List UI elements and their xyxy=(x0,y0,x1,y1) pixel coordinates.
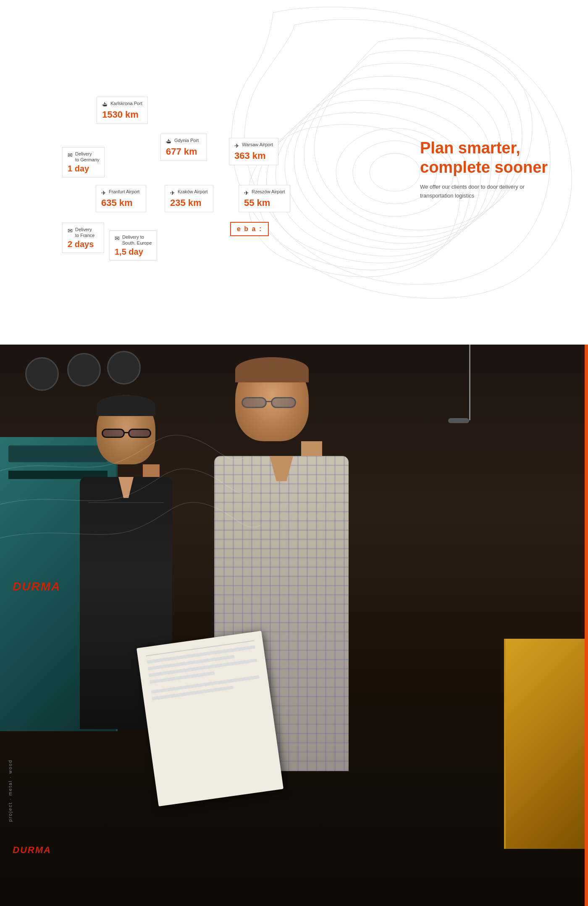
krakow-value: 235 km xyxy=(170,198,208,208)
headline: Plan smarter, complete sooner xyxy=(420,139,554,177)
port-icon: ⛴ xyxy=(102,101,108,108)
card-delivery-south: ✉ Delivery toSouth. Europe 1,5 day xyxy=(109,230,157,261)
subtext: We offer our clients door to door delive… xyxy=(420,183,529,200)
delivery-france-value: 2 days xyxy=(68,240,99,249)
card-karlskrona: ⛴ Karlskrona Port 1530 km xyxy=(97,97,148,124)
cable-junction xyxy=(448,418,469,423)
card-delivery-germany: ✉ Deliveryto Germany 1 day xyxy=(62,147,105,177)
karlskrona-value: 1530 km xyxy=(102,109,142,120)
machine-right xyxy=(504,639,588,849)
frankfurt-label: Franfurt Airport xyxy=(109,189,139,195)
gdynia-label: Gdynia Port xyxy=(174,137,199,143)
svg-point-0 xyxy=(370,153,420,191)
rzeszow-value: 55 km xyxy=(244,198,285,208)
card-frankfurt: ✈ Franfurt Airport 635 km xyxy=(96,185,146,212)
eba-text: e b a : xyxy=(237,225,262,232)
airport-icon-warsaw: ✈ xyxy=(234,142,239,150)
orange-accent-stripe xyxy=(585,345,588,906)
eba-badge: e b a : xyxy=(230,222,269,236)
top-section: ⛴ Karlskrona Port 1530 km ⛴ Gdynia Port … xyxy=(0,0,588,345)
airport-icon-rzeszow: ✈ xyxy=(244,189,249,197)
card-krakow: ✈ Kraków Airport 235 km xyxy=(165,185,213,212)
ceiling-vent-3 xyxy=(107,351,141,385)
card-rzeszow: ✈ Rzeszów Airport 55 km xyxy=(239,185,290,212)
delivery-icon-france: ✉ xyxy=(68,227,73,234)
document-paper xyxy=(136,631,284,806)
card-warsaw: ✈ Warsaw Airport 363 km xyxy=(229,138,278,165)
durma-label-2: DURMA xyxy=(13,845,51,856)
durma-label: DURMA xyxy=(13,580,60,593)
delivery-south-value: 1,5 day xyxy=(115,247,152,257)
right-text-block: Plan smarter, complete sooner We offer o… xyxy=(420,139,554,200)
delivery-south-label: Delivery toSouth. Europe xyxy=(122,234,152,246)
warsaw-value: 363 km xyxy=(234,150,273,161)
delivery-germany-value: 1 day xyxy=(68,164,99,174)
frankfurt-value: 635 km xyxy=(101,198,141,208)
delivery-germany-label: Deliveryto Germany xyxy=(75,151,99,163)
rzeszow-label: Rzeszów Airport xyxy=(252,189,285,195)
warsaw-label: Warsaw Airport xyxy=(242,142,273,147)
airport-icon-frankfurt: ✈ xyxy=(101,189,106,197)
karlskrona-label: Karlskrona Port xyxy=(110,100,142,106)
gdynia-value: 677 km xyxy=(166,146,201,157)
vertical-text: project · metal · wood xyxy=(8,759,13,822)
delivery-icon-germany: ✉ xyxy=(68,151,73,159)
port-icon-2: ⛴ xyxy=(166,138,172,145)
krakow-label: Kraków Airport xyxy=(178,189,208,195)
ceiling-wire xyxy=(469,345,470,420)
card-gdynia: ⛴ Gdynia Port 677 km xyxy=(160,134,207,161)
airport-icon-krakow: ✈ xyxy=(170,189,175,197)
card-delivery-france: ✉ Deliveryto France 2 days xyxy=(62,223,104,253)
delivery-icon-south: ✉ xyxy=(115,234,120,242)
delivery-france-label: Deliveryto France xyxy=(75,226,94,239)
ceiling-vent-2 xyxy=(67,353,101,387)
ceiling-vent-1 xyxy=(25,357,59,391)
bottom-section: DURMA DURMA xyxy=(0,345,588,906)
